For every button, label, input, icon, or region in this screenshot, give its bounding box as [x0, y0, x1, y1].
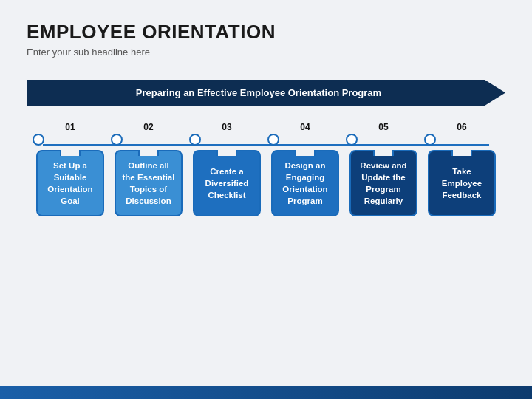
step-2-number: 02: [143, 122, 153, 132]
step-2-circle: [111, 134, 123, 146]
step-3-card: Create a Diversified Checklist: [193, 150, 261, 216]
step-4: 04 Design an Engaging Orientation Progra…: [267, 122, 343, 216]
steps-row: 01 Set Up a Suitable Orientation Goal 02…: [33, 122, 499, 216]
step-3-label: Create a Diversified Checklist: [199, 166, 255, 201]
step-2: 02 Outline all the Essential Topics of D…: [111, 122, 186, 216]
step-4-circle: [267, 134, 279, 146]
step-6-number: 06: [457, 122, 466, 132]
sub-headline: Enter your sub headline here: [27, 47, 505, 58]
step-4-label: Design an Engaging Orientation Program: [277, 160, 333, 207]
step-1-label: Set Up a Suitable Orientation Goal: [42, 160, 98, 207]
step-2-label: Outline all the Essential Topics of Disc…: [120, 160, 177, 207]
step-1-number: 01: [65, 122, 75, 132]
step-5-number: 05: [378, 122, 388, 132]
step-4-number: 04: [300, 122, 310, 132]
step-3-circle: [189, 134, 201, 146]
step-3-number: 03: [222, 122, 231, 132]
main-title: EMPLOYEE ORIENTATION: [27, 21, 505, 44]
step-1-card: Set Up a Suitable Orientation Goal: [36, 150, 104, 216]
banner-wrapper: Preparing an Effective Employee Orientat…: [27, 80, 505, 106]
step-5-circle: [346, 134, 358, 146]
step-1: 01 Set Up a Suitable Orientation Goal: [33, 122, 108, 216]
step-6: 06 Take Employee Feedback: [424, 122, 499, 216]
step-5: 05 Review and Update the Program Regular…: [346, 122, 421, 216]
step-6-circle: [424, 134, 436, 146]
step-6-card: Take Employee Feedback: [428, 150, 496, 216]
step-6-label: Take Employee Feedback: [434, 166, 490, 201]
step-4-card: Design an Engaging Orientation Program: [271, 150, 339, 216]
step-3: 03 Create a Diversified Checklist: [189, 122, 265, 216]
banner: Preparing an Effective Employee Orientat…: [27, 80, 505, 106]
slide: EMPLOYEE ORIENTATION Enter your sub head…: [0, 0, 532, 399]
step-1-circle: [33, 134, 44, 146]
step-5-card: Review and Update the Program Regularly: [349, 150, 417, 216]
step-5-label: Review and Update the Program Regularly: [355, 160, 412, 207]
banner-text: Preparing an Effective Employee Orientat…: [136, 87, 381, 98]
step-2-card: Outline all the Essential Topics of Disc…: [115, 150, 183, 216]
